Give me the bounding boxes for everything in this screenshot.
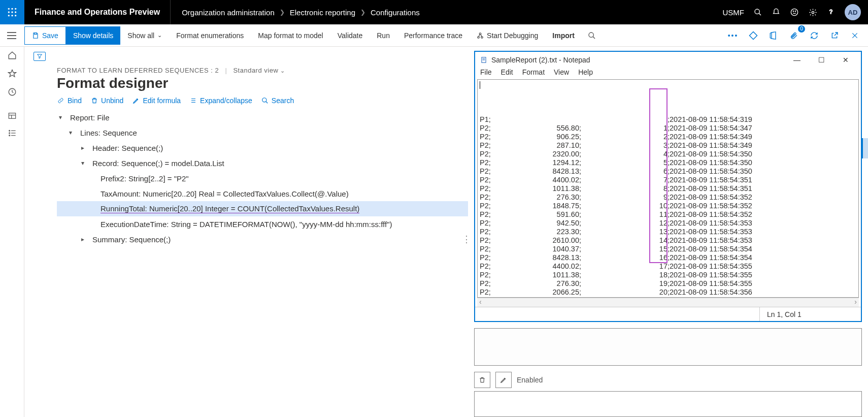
- svg-point-12: [793, 11, 793, 11]
- run-button[interactable]: Run: [370, 26, 397, 45]
- enabled-input[interactable]: [474, 391, 862, 417]
- validate-button[interactable]: Validate: [330, 26, 370, 45]
- text-row: P2;4400.02;17;2021-08-09 11:58:54:355: [480, 262, 856, 271]
- page-breadcrumb: FORMAT TO LEARN DEFERRED SEQUENCES : 2 |…: [57, 67, 468, 74]
- formula-textarea[interactable]: [474, 328, 862, 366]
- menu-edit[interactable]: Edit: [501, 68, 513, 76]
- chevron-right-icon: ❯: [360, 9, 365, 16]
- edit-formula-button[interactable]: Edit formula: [132, 97, 181, 105]
- menu-view[interactable]: View: [554, 68, 569, 76]
- gear-icon[interactable]: [808, 8, 817, 17]
- tree-node[interactable]: ▾Record: Sequence(;) = model.Data.List: [57, 155, 468, 171]
- splitter-handle[interactable]: ⋮: [462, 234, 471, 245]
- format-enumerations-button[interactable]: Format enumerations: [169, 26, 251, 45]
- tree-node[interactable]: Prefix2: String[2..2] = "P2": [57, 171, 468, 186]
- tree-node[interactable]: ExecutionDateTime: String = DATETIMEFORM…: [57, 216, 468, 232]
- crumb-2[interactable]: Configurations: [371, 8, 420, 17]
- tree-node[interactable]: ▾Lines: Sequence: [57, 125, 468, 140]
- tree-node[interactable]: ▾Report: File: [57, 110, 468, 125]
- close-icon[interactable]: ✕: [836, 56, 856, 64]
- side-panel-tab[interactable]: [862, 138, 868, 158]
- text-row: P2;591.60;11;2021-08-09 11:58:54:352: [480, 210, 856, 219]
- tree-node-selected[interactable]: RunningTotal: Numeric[20..20] Integer = …: [57, 201, 468, 216]
- arrow-down-icon: ▾: [81, 159, 87, 167]
- popout-icon[interactable]: [825, 26, 844, 45]
- expand-collapse-button[interactable]: Expand/collapse: [190, 97, 252, 105]
- text-row: P2;1294.12;5;2021-08-09 11:58:54:350: [480, 158, 856, 167]
- office-icon[interactable]: [764, 26, 783, 45]
- text-row: P1;;2021-08-09 11:58:54:319: [480, 115, 856, 124]
- app-launcher[interactable]: [0, 0, 24, 24]
- chevron-down-icon: ⌄: [280, 68, 285, 74]
- view-selector[interactable]: Standard view ⌄: [233, 67, 285, 74]
- list-icon[interactable]: [8, 129, 17, 137]
- save-label: Save: [42, 31, 58, 40]
- text-row: P2;4400.02;7;2021-08-09 11:58:54:351: [480, 176, 856, 184]
- text-row: P2;942.50;12;2021-08-09 11:58:54:353: [480, 219, 856, 228]
- show-details-button[interactable]: Show details: [66, 26, 120, 45]
- minimize-icon[interactable]: —: [787, 56, 807, 64]
- attachments-icon[interactable]: 0: [785, 26, 803, 45]
- text-row: P2;2320.00;4;2021-08-09 11:58:54:350: [480, 150, 856, 158]
- close-icon[interactable]: [846, 26, 864, 45]
- menu-help[interactable]: Help: [578, 68, 593, 76]
- unbind-button[interactable]: Unbind: [91, 97, 123, 105]
- tree-node[interactable]: TaxAmount: Numeric[20..20] Real = Collec…: [57, 186, 468, 201]
- notepad-icon: [480, 56, 487, 64]
- scrollbar-horizontal[interactable]: [477, 298, 859, 307]
- clock-icon[interactable]: [8, 87, 17, 97]
- svg-point-5: [15, 11, 16, 13]
- search-icon[interactable]: [583, 26, 601, 45]
- svg-point-4: [11, 11, 13, 13]
- tree-node[interactable]: ▸Summary: Sequence(;): [57, 232, 468, 247]
- workspace-icon[interactable]: [8, 112, 17, 120]
- diamond-icon[interactable]: [744, 26, 762, 45]
- pencil-icon[interactable]: [495, 372, 512, 388]
- home-icon[interactable]: [8, 51, 17, 60]
- refresh-icon[interactable]: [805, 26, 823, 45]
- start-debugging-button[interactable]: Start Debugging: [470, 26, 545, 45]
- avatar[interactable]: AD: [845, 4, 861, 20]
- star-icon[interactable]: [8, 69, 17, 78]
- notepad-body[interactable]: P1;;2021-08-09 11:58:54:319P2;556.80;1;2…: [477, 79, 859, 298]
- delete-icon[interactable]: [474, 372, 490, 388]
- company-selector[interactable]: USMF: [723, 8, 745, 17]
- crumb-1[interactable]: Electronic reporting: [290, 8, 355, 17]
- svg-point-34: [9, 130, 10, 131]
- debug-icon: [477, 32, 484, 39]
- svg-point-1: [11, 8, 13, 10]
- crumb-0[interactable]: Organization administration: [182, 8, 275, 17]
- show-all-button[interactable]: Show all ⌄: [120, 26, 169, 45]
- list-icon: [190, 98, 197, 104]
- bell-icon[interactable]: [772, 8, 781, 17]
- smiley-icon[interactable]: [790, 8, 799, 17]
- performance-trace-button[interactable]: Performance trace: [397, 26, 470, 45]
- text-row: P2;556.80;1;2021-08-09 11:58:54:347: [480, 124, 856, 133]
- svg-point-9: [755, 9, 759, 14]
- bind-button[interactable]: Bind: [57, 97, 82, 105]
- menu-file[interactable]: File: [480, 68, 492, 76]
- svg-point-0: [8, 8, 10, 10]
- import-button[interactable]: Import: [545, 26, 582, 45]
- svg-point-26: [589, 33, 593, 37]
- svg-point-36: [9, 133, 10, 134]
- text-row: P2;1848.75;10;2021-08-09 11:58:54:352: [480, 202, 856, 210]
- more-icon[interactable]: •••: [724, 26, 742, 45]
- text-row: P2;1040.37;15;2021-08-09 11:58:54:354: [480, 245, 856, 253]
- map-format-button[interactable]: Map format to model: [251, 26, 330, 45]
- badge-count: 0: [798, 25, 805, 33]
- maximize-icon[interactable]: ☐: [811, 56, 831, 64]
- text-row: P2;276.30;19;2021-08-09 11:58:54:355: [480, 279, 856, 288]
- search-button[interactable]: Search: [261, 97, 294, 105]
- hamburger-icon[interactable]: [0, 24, 23, 47]
- svg-point-13: [795, 11, 795, 11]
- tree-node[interactable]: ▸Header: Sequence(;): [57, 140, 468, 155]
- chevron-down-icon: ⌄: [157, 32, 162, 39]
- help-icon[interactable]: ?: [826, 8, 836, 17]
- svg-rect-31: [9, 113, 15, 119]
- search-icon[interactable]: [753, 8, 762, 17]
- text-row: P2;8428.13;6;2021-08-09 11:58:54:350: [480, 167, 856, 176]
- filter-icon[interactable]: [34, 52, 46, 61]
- menu-format[interactable]: Format: [522, 68, 545, 76]
- save-button[interactable]: Save: [24, 26, 66, 45]
